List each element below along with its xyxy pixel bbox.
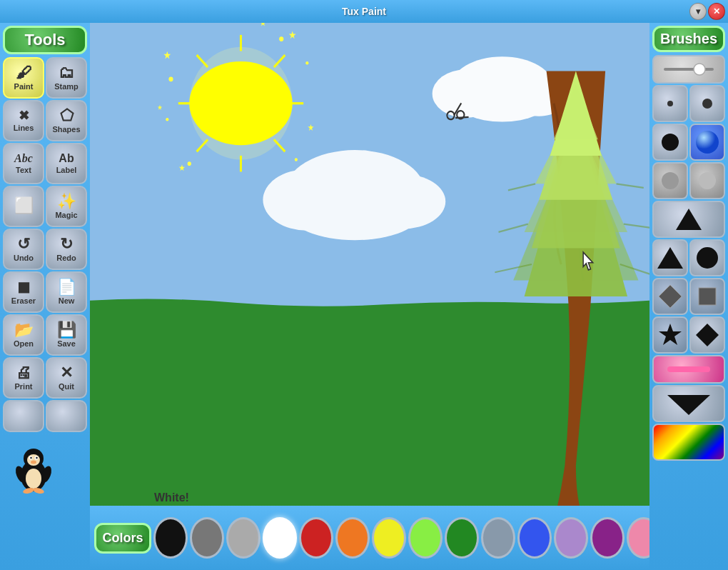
svg-point-73 xyxy=(697,247,718,269)
open-icon: 📂 xyxy=(14,322,34,338)
label-label: Label xyxy=(56,166,77,174)
brush-square-outline[interactable] xyxy=(689,278,725,315)
up-arrow-icon xyxy=(674,205,703,234)
tool-text[interactable]: Abc Text xyxy=(3,143,44,184)
svg-point-39 xyxy=(455,76,550,121)
color-blue[interactable] xyxy=(517,517,552,559)
canvas-area[interactable]: White! Colors 💉 xyxy=(90,23,649,570)
brush-row-7 xyxy=(652,316,725,354)
redo-label: Redo xyxy=(56,254,76,262)
tool-undo[interactable]: ↺ Undo xyxy=(3,229,44,270)
tool-redo[interactable]: ↻ Redo xyxy=(46,229,87,270)
brush-down-triangle[interactable] xyxy=(652,385,725,422)
brush-blue-sphere[interactable] xyxy=(689,124,725,161)
close-button[interactable]: ✕ xyxy=(708,3,725,20)
drawing-canvas[interactable] xyxy=(90,23,649,506)
tool-row-7: 📂 Open 💾 Save xyxy=(3,314,87,356)
size-slider-icon xyxy=(660,62,717,76)
square-outline-icon xyxy=(693,282,722,311)
pink-bar-icon xyxy=(660,362,717,376)
paint-icon: 🖌 xyxy=(16,65,31,81)
redo-icon: ↻ xyxy=(60,236,73,252)
color-name-display: White! xyxy=(154,491,189,504)
color-green[interactable] xyxy=(445,517,479,559)
color-red[interactable] xyxy=(299,517,333,559)
brush-triangle[interactable] xyxy=(652,239,688,276)
tool-print[interactable]: 🖨 Print xyxy=(3,357,44,399)
tool-stamp[interactable]: 🗂 Stamp xyxy=(46,57,87,99)
fill-icon: ⬜ xyxy=(14,198,34,214)
svg-point-65 xyxy=(667,101,673,106)
brush-special-pink[interactable] xyxy=(652,355,725,384)
tool-open[interactable]: 📂 Open xyxy=(3,314,44,356)
brushes-heading: Brushes xyxy=(652,26,725,52)
brush-star[interactable] xyxy=(652,316,688,354)
color-lightgreen[interactable] xyxy=(408,517,443,559)
brush-diamond-outline[interactable] xyxy=(652,278,688,315)
svg-point-35 xyxy=(189,61,292,145)
brush-row-1 xyxy=(652,85,725,122)
minimize-button[interactable]: ▾ xyxy=(689,3,707,20)
svg-point-6 xyxy=(30,457,31,459)
color-lightgray[interactable] xyxy=(226,517,261,559)
gray-circle-icon xyxy=(656,166,684,195)
svg-marker-79 xyxy=(667,395,710,415)
brush-filled-circle[interactable] xyxy=(689,239,725,276)
svg-point-27 xyxy=(166,118,168,121)
brush-medium-dot[interactable] xyxy=(689,85,725,122)
color-yellow[interactable] xyxy=(372,517,406,559)
print-icon: 🖨 xyxy=(16,365,31,381)
brush-gray-circle[interactable] xyxy=(652,162,688,199)
tool-magic[interactable]: ✨ Magic xyxy=(46,186,87,227)
color-pink[interactable] xyxy=(627,517,649,559)
tool-label[interactable]: Ab Label xyxy=(46,143,87,184)
brushes-panel: Brushes xyxy=(649,23,728,570)
medium-dot-icon xyxy=(697,93,718,114)
magic-icon: ✨ xyxy=(57,194,76,209)
svg-marker-76 xyxy=(659,324,682,345)
tool-save[interactable]: 💾 Save xyxy=(46,314,87,356)
app-title: Tux Paint xyxy=(342,6,386,17)
brush-up-arrow[interactable] xyxy=(652,201,725,238)
svg-point-69 xyxy=(662,172,679,189)
tool-fill[interactable]: ⬜ xyxy=(3,186,44,227)
tool-quit[interactable]: ✕ Quit xyxy=(46,357,87,399)
brush-rainbow[interactable] xyxy=(652,424,725,461)
brush-size-slider[interactable] xyxy=(652,55,725,84)
color-white[interactable] xyxy=(263,517,297,559)
tool-new[interactable]: 📄 New xyxy=(46,271,87,313)
color-black[interactable] xyxy=(153,517,188,559)
color-purple[interactable] xyxy=(554,517,588,559)
svg-rect-63 xyxy=(664,68,714,71)
tool-shapes[interactable]: ⬠ Shapes xyxy=(46,100,87,141)
tool-eraser[interactable]: ◼ Eraser xyxy=(3,271,44,313)
color-slate[interactable] xyxy=(481,517,515,559)
svg-marker-77 xyxy=(696,324,719,346)
svg-point-1 xyxy=(26,469,41,489)
svg-point-64 xyxy=(694,64,705,75)
paint-label: Paint xyxy=(14,82,34,91)
brush-small-dot[interactable] xyxy=(652,85,688,122)
colors-heading: Colors xyxy=(94,523,151,554)
lines-icon: ✖ xyxy=(19,109,29,122)
tool-paint[interactable]: 🖌 Paint xyxy=(3,57,44,99)
brush-gray-circle-2[interactable] xyxy=(689,162,725,199)
svg-point-26 xyxy=(295,158,298,161)
title-bar: Tux Paint ▾ ✕ xyxy=(0,0,728,23)
color-darkpurple[interactable] xyxy=(590,517,625,559)
down-triangle-icon xyxy=(660,389,717,418)
brush-large-dot[interactable] xyxy=(652,124,688,161)
undo-label: Undo xyxy=(14,254,34,262)
lines-label: Lines xyxy=(14,124,34,132)
tool-row-4: ⬜ ✨ Magic xyxy=(3,186,87,227)
save-icon: 💾 xyxy=(57,322,76,338)
color-orange[interactable] xyxy=(335,517,370,559)
text-icon: Abc xyxy=(14,153,33,164)
brush-filled-diamond[interactable] xyxy=(689,316,725,354)
tool-lines[interactable]: ✖ Lines xyxy=(3,100,44,141)
svg-point-3 xyxy=(27,454,40,466)
svg-point-67 xyxy=(662,134,679,151)
tool-spacer-1 xyxy=(3,400,44,432)
tool-row-5: ↺ Undo ↻ Redo xyxy=(3,229,87,270)
color-gray[interactable] xyxy=(190,517,224,559)
